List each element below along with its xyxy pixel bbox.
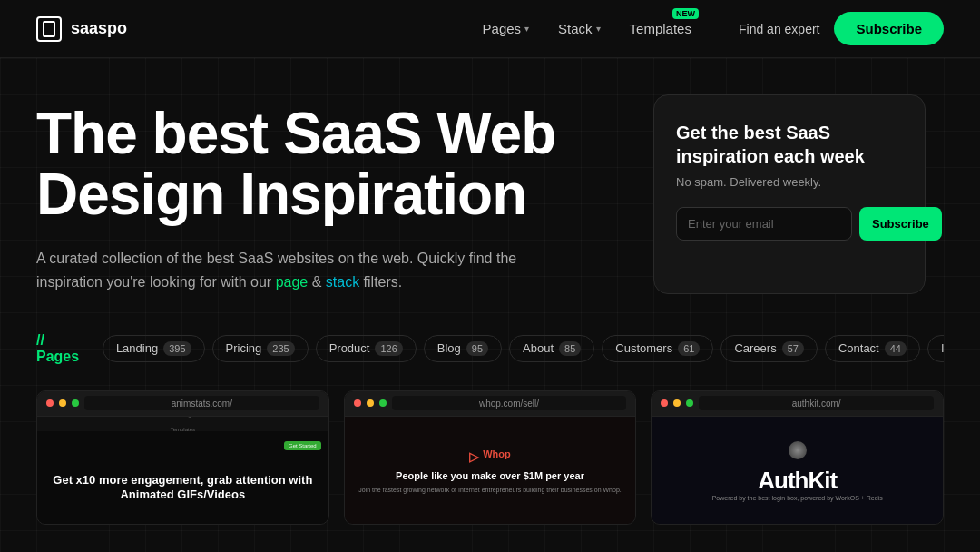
dot-yellow-icon [673,399,681,407]
preview-content-3: AuthKit Powered by the best login box, p… [652,417,943,525]
filter-blog[interactable]: Blog 95 [424,335,502,362]
hero-section: The best SaaS Web Design Inspiration A c… [0,58,980,321]
url-bar-1: animstats.com/ [84,396,319,410]
browser-bar-3: authkit.com/ [652,391,943,417]
filter-careers[interactable]: Careers 57 [720,335,818,362]
mini-nav-bar: features Pricing Templates Get Started [37,417,328,431]
dot-red-icon [354,399,361,407]
filter-product[interactable]: Product 126 [316,335,416,362]
preview-cards-row: animstats.com/ features Pricing Template… [0,378,980,525]
newsletter-card: Get the best SaaS inspiration each week … [653,94,926,294]
dot-red-icon [46,399,54,407]
nav-actions: Find an expert Subscribe [739,12,944,45]
card1-headline: Get x10 more engagement, grab attention … [46,473,319,501]
card2-headline: People like you make over $1M per year [396,470,584,482]
logo-icon [36,16,62,42]
hero-description: A curated collection of the best SaaS we… [36,247,563,293]
navbar: saaspo Pages ▾ Stack ▾ Templates NEW Fin… [0,0,980,58]
nav-links: Pages ▾ Stack ▾ Templates NEW [472,15,702,42]
dot-red-icon [661,399,668,407]
page-filter-link[interactable]: page [276,274,309,290]
card3-headline: AuthKit [758,467,837,495]
newsletter-form: Subscribe [676,207,903,241]
subscribe-nav-button[interactable]: Subscribe [834,12,944,45]
stack-filter-link[interactable]: stack [326,274,359,290]
preview-card-authkit[interactable]: authkit.com/ AuthKit Powered by the best… [651,390,944,525]
preview-content-2: ▷ Whop People like you make over $1M per… [345,417,636,525]
find-expert-link[interactable]: Find an expert [739,22,820,36]
whop-logo-icon: ▷ [469,449,479,464]
hero-title: The best SaaS Web Design Inspiration [36,104,617,225]
whop-logo-text: Whop [483,448,511,459]
url-bar-3: authkit.com/ [699,396,934,410]
new-badge: NEW [672,8,699,19]
chevron-down-icon: ▾ [524,24,529,34]
nav-logo[interactable]: saaspo [36,16,127,42]
email-input[interactable] [676,207,852,241]
dot-green-icon [72,399,79,407]
nav-link-templates[interactable]: Templates [619,15,702,42]
browser-bar-1: animstats.com/ [37,391,328,417]
newsletter-title: Get the best SaaS inspiration each week [676,121,903,168]
pages-filters: Landing 395 Pricing 235 Product 126 Blog… [103,335,944,362]
url-bar-2: whop.com/sell/ [392,396,627,410]
dot-green-icon [686,399,693,407]
preview-content-1: features Pricing Templates Get Started G… [37,417,328,525]
card2-sub: Join the fastest growing network of Inte… [358,487,622,493]
card3-sub: Powered by the best login box, powered b… [712,495,883,501]
preview-card-animstats[interactable]: animstats.com/ features Pricing Template… [36,390,329,525]
newsletter-subtitle: No spam. Delivered weekly. [676,175,903,189]
filter-pricing[interactable]: Pricing 235 [212,335,309,362]
hero-left: The best SaaS Web Design Inspiration A c… [36,104,617,294]
filter-about[interactable]: About 85 [509,335,594,362]
dot-yellow-icon [367,399,374,407]
authkit-logo-icon [789,441,807,459]
filter-contact[interactable]: Contact 44 [825,335,920,362]
pages-label: // Pages [36,332,88,365]
pages-section: // Pages Landing 395 Pricing 235 Product… [0,321,980,365]
dot-green-icon [379,399,387,407]
mini-cta: Get Started [284,441,321,450]
whop-logo-area: ▷ Whop [469,448,511,465]
filter-integrations[interactable]: Integrati [927,335,944,362]
chevron-down-icon: ▾ [596,24,601,34]
filter-landing[interactable]: Landing 395 [103,335,205,362]
nav-link-templates-wrapper: Templates NEW [619,15,702,42]
logo-text: saaspo [71,19,127,38]
nav-link-pages[interactable]: Pages ▾ [472,15,541,42]
preview-card-whop[interactable]: whop.com/sell/ ▷ Whop People like you ma… [344,390,637,525]
nav-link-stack[interactable]: Stack ▾ [547,15,612,42]
browser-bar-2: whop.com/sell/ [345,391,636,417]
pages-header: // Pages Landing 395 Pricing 235 Product… [36,332,944,365]
dot-yellow-icon [59,399,66,407]
card1-text: Get x10 more engagement, grab attention … [46,458,319,501]
newsletter-subscribe-button[interactable]: Subscribe [859,207,942,241]
filter-customers[interactable]: Customers 61 [602,335,713,362]
